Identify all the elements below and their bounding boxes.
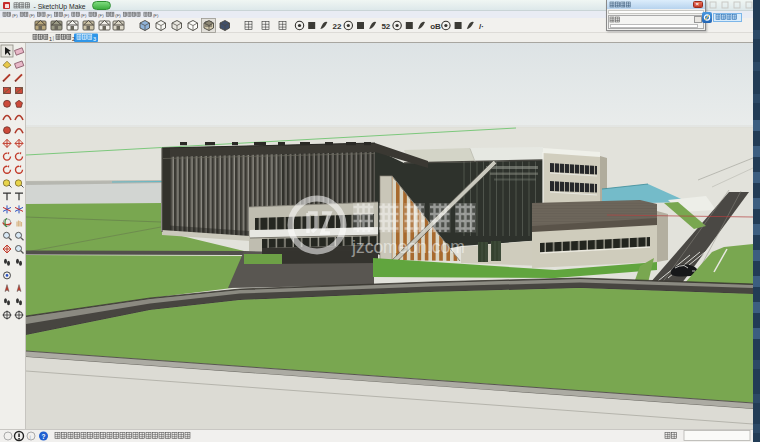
- svg-text:3: 3: [93, 36, 96, 42]
- svg-text:jzcomeon.com: jzcomeon.com: [351, 237, 465, 257]
- svg-text:2: 2: [72, 36, 75, 42]
- svg-text:?: ?: [42, 433, 46, 440]
- svg-text:- SketchUp Make: - SketchUp Make: [34, 3, 86, 11]
- svg-text:/·: /·: [479, 22, 484, 31]
- svg-text:52: 52: [381, 22, 390, 31]
- svg-text:i: i: [30, 434, 31, 440]
- svg-text:|: |: [53, 35, 55, 41]
- svg-text:oB: oB: [430, 22, 441, 31]
- svg-text:22: 22: [333, 22, 342, 31]
